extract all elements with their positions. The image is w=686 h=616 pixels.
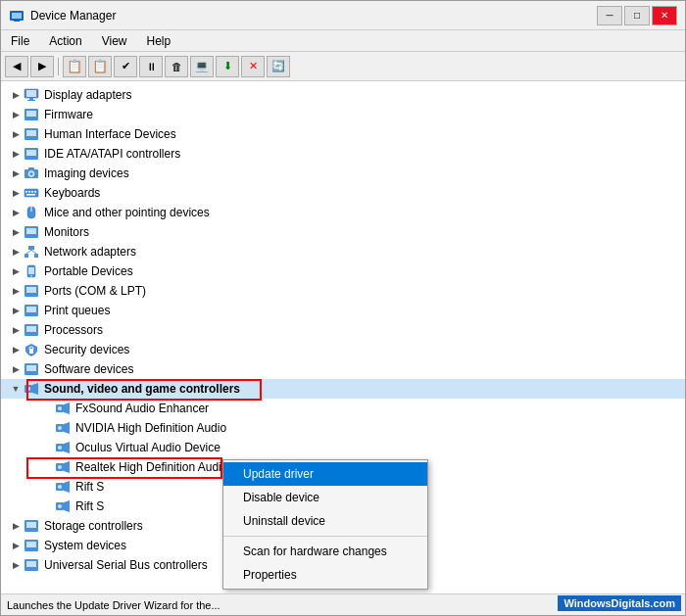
svg-rect-17 xyxy=(24,189,38,197)
arrow-icon: ▶ xyxy=(9,541,23,550)
disk-icon xyxy=(23,146,40,162)
cpu-icon xyxy=(23,322,40,338)
tree-label-realtek: Realtek High Definition Audio xyxy=(75,460,227,474)
context-menu-item-scan-hardware[interactable]: Scan for hardware changes xyxy=(223,540,427,563)
svg-rect-18 xyxy=(25,191,27,193)
context-menu-item-uninstall-device[interactable]: Uninstall device xyxy=(223,509,427,533)
svg-rect-71 xyxy=(26,561,36,567)
svg-rect-20 xyxy=(31,191,33,193)
properties-button[interactable]: 📋 xyxy=(63,56,86,77)
context-menu-item-disable-device[interactable]: Disable device xyxy=(223,486,427,509)
phone-icon xyxy=(23,263,40,279)
svg-rect-21 xyxy=(34,191,36,193)
svg-rect-4 xyxy=(26,90,36,97)
tree-label-network: Network adapters xyxy=(44,245,136,259)
tree-item-monitors[interactable]: ▶Monitors xyxy=(1,222,685,242)
tree-item-portable[interactable]: ▶Portable Devices xyxy=(1,261,685,281)
keyboard-icon xyxy=(23,185,40,201)
svg-rect-19 xyxy=(28,191,30,193)
tree-item-nvidia[interactable]: NVIDIA High Definition Audio xyxy=(1,418,685,438)
uninstall-button[interactable]: 🗑 xyxy=(165,56,188,77)
tree-label-rifts1: Rift S xyxy=(75,480,104,494)
tree-item-oculus[interactable]: Oculus Virtual Audio Device xyxy=(1,438,685,457)
menu-action[interactable]: Action xyxy=(45,32,85,50)
back-button[interactable]: ◀ xyxy=(5,56,28,77)
scan-button[interactable]: 💻 xyxy=(190,56,214,77)
tree-item-hid[interactable]: ▶Human Interface Devices xyxy=(1,124,685,144)
camera-icon xyxy=(23,166,40,181)
arrow-icon: ▶ xyxy=(9,560,23,570)
svg-point-62 xyxy=(58,485,62,489)
tree-item-firmware[interactable]: ▶Firmware xyxy=(1,105,685,124)
title-bar: Device Manager ─ □ ✕ xyxy=(1,1,685,30)
menu-bar: File Action View Help xyxy=(1,30,685,52)
main-content: ▶Display adapters▶Firmware▶Human Interfa… xyxy=(1,81,685,593)
audio-icon xyxy=(54,401,72,416)
tree-item-sound[interactable]: ▼Sound, video and game controllers xyxy=(1,379,685,399)
tree-item-display[interactable]: ▶Display adapters xyxy=(1,85,685,105)
app-icon xyxy=(9,8,24,24)
tree-item-print[interactable]: ▶Print queues xyxy=(1,301,685,320)
screen-icon xyxy=(23,224,40,240)
audio-icon xyxy=(54,459,72,475)
svg-marker-64 xyxy=(64,500,70,512)
audio-icon xyxy=(54,420,72,436)
remove-button[interactable]: ✕ xyxy=(241,56,265,77)
tree-label-hid: Human Interface Devices xyxy=(44,127,176,141)
arrow-icon: ▶ xyxy=(9,149,23,159)
arrow-icon: ▶ xyxy=(9,306,23,315)
tree-item-software[interactable]: ▶Software devices xyxy=(1,359,685,379)
update-driver-button[interactable]: 📋 xyxy=(88,56,112,77)
maximize-button[interactable]: □ xyxy=(624,6,650,25)
audio-icon xyxy=(54,440,72,455)
svg-rect-10 xyxy=(26,130,36,136)
device-manager-window: Device Manager ─ □ ✕ File Action View He… xyxy=(0,0,686,616)
tree-item-keyboards[interactable]: ▶Keyboards xyxy=(1,183,685,203)
svg-marker-52 xyxy=(64,422,70,434)
mouse-icon xyxy=(23,205,40,220)
window-title: Device Manager xyxy=(30,9,116,23)
tree-area[interactable]: ▶Display adapters▶Firmware▶Human Interfa… xyxy=(1,81,685,593)
disable-button[interactable]: ⏸ xyxy=(139,56,163,77)
context-menu-item-update-driver[interactable]: Update driver xyxy=(223,462,427,486)
tree-label-imaging: Imaging devices xyxy=(44,166,129,180)
svg-line-30 xyxy=(26,250,31,254)
svg-rect-6 xyxy=(27,100,35,101)
tree-label-software: Software devices xyxy=(44,362,133,376)
svg-rect-33 xyxy=(28,267,34,274)
tree-label-print: Print queues xyxy=(44,304,110,317)
tree-label-display: Display adapters xyxy=(44,88,131,102)
tree-item-security[interactable]: ▶Security devices xyxy=(1,340,685,359)
tree-item-mice[interactable]: ▶Mice and other pointing devices xyxy=(1,203,685,222)
close-button[interactable]: ✕ xyxy=(652,6,677,25)
refresh-button[interactable]: 🔄 xyxy=(267,56,290,77)
tree-label-mice: Mice and other pointing devices xyxy=(44,206,210,219)
tree-label-rifts2: Rift S xyxy=(75,499,104,513)
svg-rect-67 xyxy=(26,522,36,528)
context-menu-item-properties[interactable]: Properties xyxy=(223,563,427,587)
menu-view[interactable]: View xyxy=(98,32,131,50)
tree-item-ide[interactable]: ▶IDE ATA/ATAPI controllers xyxy=(1,144,685,164)
context-menu: Update driverDisable deviceUninstall dev… xyxy=(222,459,428,590)
tree-item-network[interactable]: ▶Network adapters xyxy=(1,242,685,261)
tree-label-sound: Sound, video and game controllers xyxy=(44,382,240,396)
svg-rect-29 xyxy=(34,254,38,258)
menu-file[interactable]: File xyxy=(7,32,33,50)
arrow-icon: ▶ xyxy=(9,247,23,257)
svg-point-50 xyxy=(58,406,62,410)
tree-item-fxsound[interactable]: FxSound Audio Enhancer xyxy=(1,399,685,418)
menu-help[interactable]: Help xyxy=(143,32,175,50)
tree-item-imaging[interactable]: ▶Imaging devices xyxy=(1,164,685,183)
tree-item-processors[interactable]: ▶Processors xyxy=(1,320,685,340)
arrow-icon: ▶ xyxy=(9,345,23,355)
add-legacy-button[interactable]: ⬇ xyxy=(216,56,239,77)
svg-rect-12 xyxy=(26,150,36,156)
forward-button[interactable]: ▶ xyxy=(30,56,54,77)
tree-item-ports[interactable]: ▶Ports (COM & LPT) xyxy=(1,281,685,301)
svg-rect-27 xyxy=(28,246,34,250)
minimize-button[interactable]: ─ xyxy=(597,6,622,25)
svg-line-31 xyxy=(31,250,36,254)
audio-icon xyxy=(23,381,40,397)
status-text: Launches the Update Driver Wizard for th… xyxy=(7,599,220,611)
enable-button[interactable]: ✔ xyxy=(114,56,137,77)
